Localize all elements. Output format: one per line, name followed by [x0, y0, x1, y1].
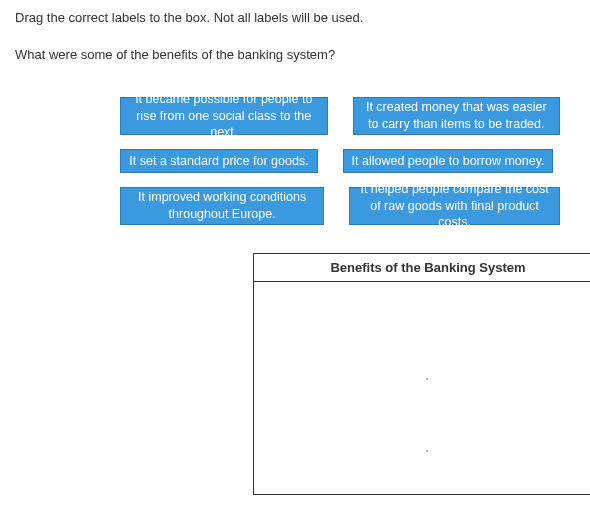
- drag-label-1[interactable]: It became possible for people to rise fr…: [120, 97, 328, 135]
- drag-label-2[interactable]: It created money that was easier to carr…: [353, 97, 561, 135]
- label-row: It became possible for people to rise fr…: [120, 97, 560, 135]
- label-row: It set a standard price for goods. It al…: [120, 149, 560, 173]
- drop-box[interactable]: Benefits of the Banking System: [253, 253, 590, 495]
- label-row: It improved working conditions throughou…: [120, 187, 560, 225]
- placeholder-dot: [426, 450, 428, 452]
- drop-box-title: Benefits of the Banking System: [254, 254, 590, 282]
- drag-label-4[interactable]: It allowed people to borrow money.: [343, 149, 553, 173]
- placeholder-dot: [426, 378, 428, 380]
- drag-label-5[interactable]: It improved working conditions throughou…: [120, 187, 324, 225]
- question-text: What were some of the benefits of the ba…: [15, 47, 575, 62]
- drop-zone[interactable]: [254, 282, 590, 494]
- drag-label-6[interactable]: It helped people compare the cost of raw…: [349, 187, 560, 225]
- instruction-text: Drag the correct labels to the box. Not …: [15, 10, 575, 25]
- drag-label-3[interactable]: It set a standard price for goods.: [120, 149, 318, 173]
- draggable-labels-area: It became possible for people to rise fr…: [15, 97, 575, 225]
